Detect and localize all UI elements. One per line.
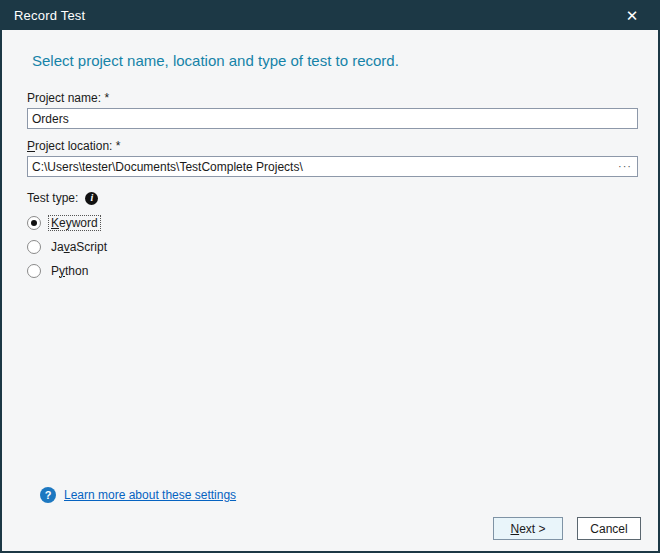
radio-javascript-label[interactable]: JavaScript: [48, 239, 110, 255]
project-location-field: C:\Users\tester\Documents\TestComplete P…: [27, 156, 638, 177]
browse-button[interactable]: ···: [618, 156, 632, 177]
radio-keyword[interactable]: Keyword: [27, 215, 638, 230]
dialog-heading: Select project name, location and type o…: [2, 30, 658, 69]
radio-python-label[interactable]: Python: [48, 263, 91, 279]
label-post: eyword: [59, 216, 98, 230]
radio-circle-icon[interactable]: [27, 264, 41, 278]
help-icon[interactable]: ?: [40, 487, 56, 503]
project-location-label: Project location: *: [27, 139, 638, 153]
learn-more-link[interactable]: Learn more about these settings: [64, 488, 236, 502]
close-icon[interactable]: ✕: [618, 3, 646, 27]
project-location-label-mnemonic: P: [27, 139, 35, 153]
test-type-label: Test type:: [27, 191, 78, 205]
dialog-body: Select project name, location and type o…: [2, 30, 658, 551]
project-name-label-text: Project name:: [27, 91, 101, 105]
radio-python[interactable]: Python: [27, 263, 638, 278]
next-mnemonic: N: [510, 522, 519, 536]
label-post: thon: [65, 264, 88, 278]
learn-more-row: ? Learn more about these settings: [40, 487, 236, 503]
label-pre: Ja: [51, 240, 64, 254]
project-name-label: Project name: *: [27, 91, 638, 105]
test-type-header: Test type: i: [27, 191, 638, 205]
radio-keyword-label[interactable]: Keyword: [48, 215, 101, 231]
cancel-button[interactable]: Cancel: [577, 517, 641, 540]
project-location-input[interactable]: C:\Users\tester\Documents\TestComplete P…: [27, 156, 638, 177]
project-location-group: Project location: * C:\Users\tester\Docu…: [27, 139, 638, 177]
radio-circle-icon[interactable]: [27, 216, 41, 230]
required-marker: *: [116, 139, 121, 153]
record-test-dialog: Record Test ✕ Select project name, locat…: [0, 0, 660, 553]
project-location-label-text: roject location:: [35, 139, 112, 153]
info-icon[interactable]: i: [85, 192, 98, 205]
next-button[interactable]: Next >: [493, 517, 563, 540]
required-marker: *: [104, 91, 109, 105]
label-mnemonic: K: [51, 216, 59, 230]
window-title: Record Test: [14, 8, 85, 23]
dialog-buttons: Next > Cancel: [493, 517, 641, 540]
radio-circle-icon[interactable]: [27, 240, 41, 254]
test-type-group: Test type: i Keyword JavaScript Python: [27, 191, 638, 278]
next-post: ext >: [519, 522, 545, 536]
label-post: aScript: [70, 240, 107, 254]
label-pre: P: [51, 264, 59, 278]
project-name-group: Project name: * Orders: [27, 91, 638, 129]
titlebar: Record Test ✕: [2, 0, 658, 30]
radio-javascript[interactable]: JavaScript: [27, 239, 638, 254]
form-area: Project name: * Orders Project location:…: [2, 69, 658, 278]
project-name-input[interactable]: Orders: [27, 108, 638, 129]
